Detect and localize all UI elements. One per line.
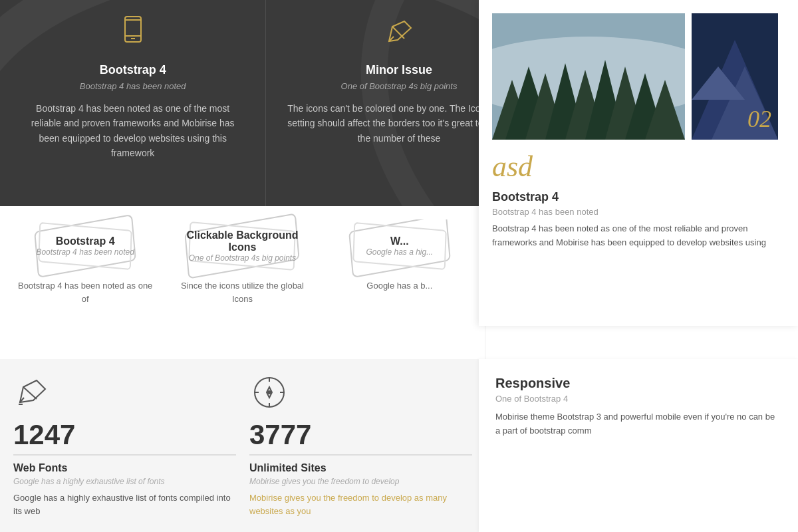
feature-title-2: Minor Issue [366,63,432,77]
stat-sublabel-1: Google has a highly exhaustive list of f… [13,477,236,486]
overlay-title: Bootstrap 4 [492,190,785,204]
overlay-handwrite: asd [492,150,785,184]
stat-col-2: 3777 Unlimited Sites Mobirise gives you … [249,372,472,519]
hex-title-3: W... [366,235,433,247]
right-card-sub: One of Bootstrap 4 [495,394,781,404]
icon-box-3: W... Google has a hig... Google has a b.… [328,219,471,293]
right-card-text: Mobirise theme Bootstrap 3 and powerful … [495,410,781,438]
feature-col-1: Bootstrap 4 Bootstrap 4 has been noted B… [0,0,266,206]
feature-subtitle-1: Bootstrap 4 has been noted [80,81,186,91]
stat-col-1: 1247 Web Fonts Google has a highly exhau… [13,372,236,519]
mountain-image: 02 [692,13,778,140]
hex-title-1: Bootstrap 4 [36,235,134,247]
stat-label-2: Unlimited Sites [249,462,472,474]
hex-sub-3: Google has a hig... [366,247,433,257]
hex-badge-2: Clickable Background Icons One of Bootst… [182,219,302,273]
overlay-sub: Bootstrap 4 has been noted [492,207,785,217]
stat-sublabel-2: Mobirise gives you the freedom to develo… [249,477,472,486]
svg-point-27 [268,391,271,394]
stat-text-2: Mobirise gives you the freedom to develo… [249,491,472,517]
stat-label-1: Web Fonts [13,462,236,474]
stat-number-1: 1247 [13,419,236,456]
right-overlay-panel: 02 asd Bootstrap 4 Bootstrap 4 has been … [479,0,798,326]
right-card-title: Responsive [495,376,781,391]
hex-badge-1: Bootstrap 4 Bootstrap 4 has been noted [32,219,138,273]
overlay-text: Bootstrap 4 has been noted as one of the… [492,222,785,250]
right-bottom-card: Responsive One of Bootstrap 4 Mobirise t… [479,359,798,532]
icon-box-text-3: Google has a b... [366,279,432,293]
feature-text-1: Bootstrap 4 has been noted as one of the… [20,101,245,161]
overlay-images: 02 [492,13,785,140]
icon-box-2: Clickable Background Icons One of Bootst… [170,219,314,305]
icon-box-text-1: Bootstrap 4 has been noted as one of [13,279,157,305]
hex-title-2: Clickable Background Icons [182,229,302,253]
pencil-stat-icon [13,372,53,412]
num-badge: 02 [747,105,771,133]
hex-badge-3: W... Google has a hig... [346,219,453,273]
stat-number-2: 3777 [249,419,472,456]
svg-line-4 [392,27,404,39]
icon-box-1: Bootstrap 4 Bootstrap 4 has been noted B… [13,219,157,305]
icon-box-text-2: Since the icons utilize the global Icons [170,279,314,305]
forest-image [492,13,685,140]
pencil-icon [379,13,419,53]
feature-subtitle-2: One of Bootstrap 4s big points [341,81,458,91]
icon-boxes-row: Bootstrap 4 Bootstrap 4 has been noted B… [0,206,485,359]
feature-title-1: Bootstrap 4 [100,63,166,77]
feature-text-2: The icons can't be colored one by one. T… [286,101,511,146]
hex-sub-1: Bootstrap 4 has been noted [36,247,134,257]
stat-text-1: Google has a highly exhaustive list of f… [13,491,236,517]
hex-sub-2: One of Bootstrap 4s big points [182,253,302,263]
phone-icon [113,13,153,53]
stats-section: 1247 Web Fonts Google has a highly exhau… [0,359,485,532]
svg-line-23 [23,387,37,399]
compass-stat-icon [249,372,289,412]
